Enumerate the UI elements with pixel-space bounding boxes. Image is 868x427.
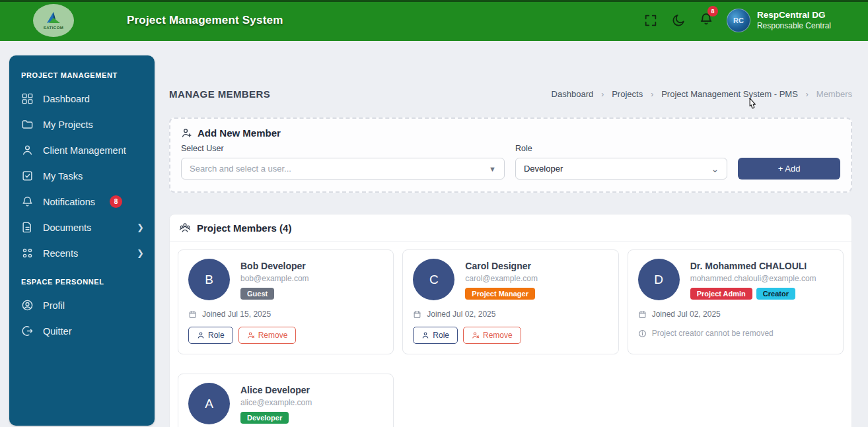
member-cards-grid: B Bob Developer bob@example.com Guest Jo… [170, 242, 851, 427]
chevron-right-icon: ❯ [137, 248, 144, 258]
main-content: MANAGE MEMBERS Dashboard › Projects › Pr… [169, 41, 852, 427]
sidebar-item-notifications[interactable]: Notifications 8 [9, 189, 155, 214]
company-logo[interactable]: SATICOM [33, 4, 74, 37]
sidebar-item-quitter[interactable]: Quitter [9, 318, 155, 344]
select-user-label: Select User [181, 144, 505, 153]
creator-note: Project creator cannot be removed [652, 329, 774, 338]
avatar: D [638, 259, 680, 300]
role-label: Role [515, 144, 727, 153]
person-x-icon [247, 331, 255, 339]
remove-member-button[interactable]: Remove [238, 327, 297, 344]
breadcrumb-dashboard[interactable]: Dashboard [552, 89, 594, 99]
logo-text: SATICOM [44, 26, 64, 30]
breadcrumb-separator: › [601, 90, 604, 99]
recents-dots-icon [21, 247, 34, 259]
remove-member-button[interactable]: Remove [463, 327, 521, 344]
member-email: mohammed.chalouli@example.com [690, 274, 816, 283]
joined-date: Joined Jul 02, 2025 [427, 310, 495, 319]
task-check-icon [21, 170, 34, 182]
change-role-button[interactable]: Role [188, 327, 233, 344]
person-icon [197, 331, 205, 339]
document-icon [21, 221, 34, 234]
sidebar-item-client-management[interactable]: Client Management [9, 137, 155, 163]
member-card-alice: A Alice Developer alice@example.com Deve… [178, 374, 394, 427]
profile-circle-icon [21, 299, 34, 312]
logo-triangle-icon [45, 12, 62, 25]
add-member-panel: Add New Member Select User ▼ Role Develo… [169, 117, 852, 193]
user-plus-icon [181, 127, 192, 139]
member-name: Bob Developer [240, 261, 309, 271]
person-icon [421, 331, 429, 339]
fullscreen-icon[interactable] [643, 13, 658, 28]
remove-button-label: Remove [258, 331, 288, 340]
chevron-right-icon: ❯ [137, 222, 144, 232]
page-title: MANAGE MEMBERS [169, 88, 270, 100]
user-menu[interactable]: RC RespCentral DG Responsable Central [727, 9, 831, 32]
bell-icon [21, 195, 34, 208]
person-x-icon [472, 331, 480, 339]
sidebar-item-label: My Tasks [43, 171, 83, 181]
avatar: C [413, 259, 454, 300]
avatar: B [188, 259, 230, 300]
change-role-button[interactable]: Role [413, 327, 458, 344]
sidebar-item-label: Quitter [43, 326, 72, 337]
sidebar-section-espace-personnel: ESPACE PERSONNEL [9, 266, 155, 292]
select-user-combobox[interactable]: ▼ [181, 158, 505, 180]
chevron-down-icon: ⌄ [711, 164, 719, 174]
member-card-mohammed: D Dr. Mohammed CHALOULI mohammed.chaloul… [628, 249, 844, 354]
creator-badge: Creator [756, 288, 795, 300]
calendar-icon [188, 310, 197, 319]
logout-icon [21, 325, 34, 337]
member-email: bob@example.com [240, 274, 309, 283]
avatar: A [188, 383, 230, 424]
breadcrumb-project-pms[interactable]: Project Management System - PMS [661, 89, 798, 99]
role-badge: Guest [240, 288, 274, 300]
sidebar-item-dashboard[interactable]: Dashboard [9, 86, 155, 112]
sidebar-item-my-tasks[interactable]: My Tasks [9, 163, 155, 189]
breadcrumb: Dashboard › Projects › Project Managemen… [552, 89, 852, 99]
add-member-heading: Add New Member [198, 127, 281, 139]
role-badge: Developer [240, 412, 289, 424]
sidebar-item-recents[interactable]: Recents ❯ [9, 240, 155, 266]
sidebar-navigation: PROJECT MANAGEMENT Dashboard My Projects… [9, 55, 155, 426]
breadcrumb-current-members: Members [816, 89, 852, 99]
remove-button-label: Remove [483, 331, 513, 340]
user-meta: RespCentral DG Responsable Central [757, 10, 831, 31]
member-name: Carol Designer [465, 261, 538, 271]
calendar-icon [413, 310, 421, 319]
user-name: RespCentral DG [757, 10, 831, 21]
user-role: Responsable Central [757, 21, 831, 31]
sidebar-item-profil[interactable]: Profil [9, 292, 155, 318]
project-members-heading: Project Members (4) [197, 222, 291, 234]
notification-count-badge: 8 [707, 6, 718, 16]
sidebar-item-label: Recents [43, 248, 78, 259]
sidebar-item-my-projects[interactable]: My Projects [9, 112, 155, 137]
sidebar-item-label: Dashboard [43, 94, 90, 104]
dark-mode-moon-icon[interactable] [671, 13, 686, 28]
window-top-edge [0, 0, 868, 2]
breadcrumb-projects[interactable]: Projects [612, 89, 643, 99]
role-button-label: Role [208, 331, 225, 340]
member-name: Alice Developer [240, 385, 312, 395]
project-members-panel: Project Members (4) B Bob Developer bob@… [169, 214, 852, 427]
notifications-bell[interactable]: 8 [699, 12, 713, 29]
joined-date: Joined Jul 02, 2025 [652, 310, 721, 319]
calendar-icon [638, 310, 647, 319]
sidebar-item-documents[interactable]: Documents ❯ [9, 214, 155, 240]
person-icon [21, 144, 34, 156]
member-name: Dr. Mohammed CHALOULI [690, 261, 816, 271]
top-header-bar: SATICOM Project Management System 8 RC R… [0, 0, 868, 41]
sidebar-section-project-management: PROJECT MANAGEMENT [9, 69, 155, 86]
select-user-input[interactable] [190, 164, 489, 174]
role-select[interactable]: Developer ⌄ [515, 158, 727, 180]
info-icon [638, 329, 647, 338]
sidebar-item-label: My Projects [43, 119, 93, 130]
app-title: Project Management System [127, 14, 283, 27]
role-button-label: Role [433, 331, 449, 340]
joined-date: Joined Jul 15, 2025 [202, 310, 271, 319]
sidebar-item-label: Client Management [43, 145, 126, 156]
add-member-button[interactable]: + Add [738, 158, 840, 180]
sidebar-item-label: Profil [43, 300, 65, 311]
breadcrumb-separator: › [806, 90, 809, 99]
member-card-bob: B Bob Developer bob@example.com Guest Jo… [178, 249, 394, 354]
